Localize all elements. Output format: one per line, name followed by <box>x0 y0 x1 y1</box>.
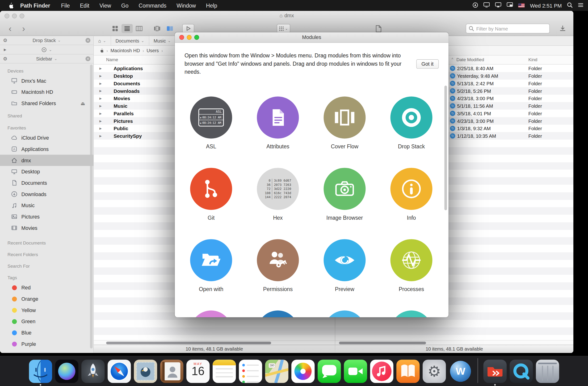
filter-input[interactable] <box>466 24 550 33</box>
eject-icon[interactable]: ⏏ <box>81 100 85 106</box>
menubar-clock[interactable]: Wed 2:51 PM <box>530 2 562 8</box>
menu-view[interactable]: View <box>99 2 111 8</box>
gear-icon[interactable]: ⚙ <box>3 56 8 62</box>
got-it-button[interactable]: Got it <box>416 59 439 69</box>
view-options-dropdown[interactable]: ⌄ <box>277 24 290 33</box>
preview-drawer-button[interactable] <box>182 24 194 33</box>
dual-pane-button[interactable] <box>164 24 176 33</box>
filter-field[interactable] <box>466 24 550 33</box>
sidebar-item-dmxs-mac[interactable]: Dmx's Mac <box>0 75 93 87</box>
dock-mail[interactable] <box>134 360 157 383</box>
icon-view-button[interactable] <box>109 24 121 33</box>
download-button[interactable] <box>557 24 568 33</box>
menu-file[interactable]: File <box>61 2 70 8</box>
disclosure-triangle-icon[interactable]: ▶ <box>4 48 6 51</box>
module-cover-flow[interactable]: Cover Flow <box>311 96 378 168</box>
module-info[interactable]: Info <box>378 168 445 239</box>
dialog-scrollbar-thumb[interactable] <box>444 86 447 210</box>
spotlight-icon[interactable] <box>567 2 573 9</box>
dock-word[interactable]: W <box>449 360 472 383</box>
notification-center-icon[interactable] <box>578 2 584 8</box>
module-partial-4[interactable] <box>378 310 445 317</box>
forward-button[interactable]: › <box>18 24 29 33</box>
dock-ibooks[interactable] <box>396 360 420 383</box>
disclosure-triangle-icon[interactable]: ▶ <box>99 74 103 77</box>
input-source-flag-icon[interactable] <box>518 3 525 7</box>
disclosure-triangle-icon[interactable]: ▶ <box>99 89 103 92</box>
module-preview[interactable]: Preview <box>311 239 378 310</box>
menu-edit[interactable]: Edit <box>80 2 89 8</box>
disclosure-triangle-icon[interactable]: ▶ <box>99 67 103 70</box>
dock-photos[interactable] <box>291 360 315 383</box>
menu-help[interactable]: Help <box>206 2 217 8</box>
disclosure-triangle-icon[interactable]: ▶ <box>99 112 103 115</box>
dock-quicktime[interactable] <box>510 360 533 383</box>
scrollbar-thumb[interactable] <box>106 341 271 344</box>
date-modified-column-header[interactable]: Date Modified <box>456 57 484 62</box>
sidebar-tag-orange[interactable]: Orange <box>0 293 93 304</box>
breadcrumb-users[interactable]: Users <box>147 48 159 53</box>
location-services-icon[interactable] <box>473 2 478 9</box>
dock-calendar[interactable]: MAY 16 <box>186 360 210 383</box>
list-view-button[interactable] <box>122 24 133 33</box>
dock-trash[interactable] <box>536 360 559 383</box>
sidebar-item-shared-folders[interactable]: Shared Folders ⏏ <box>0 98 93 109</box>
module-hex[interactable]: 03c69 6d67 362073 7263 723d22 2220 10861… <box>244 168 311 239</box>
close-panel-icon[interactable]: ✕ <box>85 38 90 43</box>
airplay-menu-icon[interactable] <box>495 2 502 9</box>
scrollbar-thumb[interactable] <box>339 341 426 344</box>
drop-stack-panel-header[interactable]: ⚙ Drop Stack⌄ ✕ <box>0 36 93 45</box>
sidebar-item-applications[interactable]: A Applications <box>0 143 93 155</box>
sidebar-item-music[interactable]: Music <box>0 200 93 211</box>
close-panel-icon[interactable]: ✕ <box>85 56 90 61</box>
new-document-button[interactable] <box>373 24 384 33</box>
sidebar-item-desktop[interactable]: Desktop <box>0 166 93 177</box>
dock-contacts[interactable] <box>160 360 184 383</box>
dock-siri[interactable] <box>55 360 79 383</box>
sidebar-tag-red[interactable]: Red <box>0 282 93 294</box>
dock-path-finder[interactable] <box>483 360 507 383</box>
module-partial-1[interactable] <box>178 310 244 317</box>
sidebar-item-icloud-drive[interactable]: iCloud Drive <box>0 132 93 143</box>
breadcrumb-macintosh-hd[interactable]: Macintosh HD <box>110 48 140 53</box>
sidebar-panel-header[interactable]: ⚙ Sidebar⌄ ✕ <box>0 54 93 63</box>
dock-messages[interactable] <box>318 360 341 383</box>
disclosure-triangle-icon[interactable]: ▶ <box>99 97 103 100</box>
dock-launchpad[interactable] <box>81 360 105 383</box>
mirroring-menu-icon[interactable] <box>507 2 513 9</box>
dock-facetime[interactable] <box>344 360 367 383</box>
dock-safari[interactable] <box>108 360 131 383</box>
dock-reminders[interactable] <box>239 360 262 383</box>
module-git[interactable]: Git <box>178 168 244 239</box>
module-drop-stack[interactable]: Drop Stack <box>378 96 445 168</box>
drop-stack-well[interactable]: ▶ ⌄ <box>0 45 93 55</box>
name-column-header[interactable]: Name <box>106 57 118 62</box>
dock-system-preferences[interactable]: ⚙ <box>423 360 446 383</box>
sidebar-item-dmx[interactable]: dmx <box>0 155 93 166</box>
module-open-with[interactable]: Open with <box>178 239 244 310</box>
tab-documents[interactable]: Documents⌄ <box>111 36 149 45</box>
menu-window[interactable]: Window <box>176 2 196 8</box>
menu-go[interactable]: Go <box>121 2 129 8</box>
disclosure-triangle-icon[interactable]: ▶ <box>99 104 103 108</box>
sidebar-tag-gray[interactable]: Gray <box>0 350 93 353</box>
sidebar-item-macintosh-hd[interactable]: Macintosh HD <box>0 87 93 98</box>
module-asl[interactable]: ASL ▶08:24:12 AM ▶08:24:12 AM ASL <box>178 96 244 168</box>
module-attributes[interactable]: Attributes <box>244 96 311 168</box>
sidebar-item-documents[interactable]: Documents <box>0 177 93 188</box>
gear-icon[interactable]: ⚙ <box>3 38 8 43</box>
minimize-dialog-button[interactable] <box>187 35 192 40</box>
sidebar-tag-yellow[interactable]: Yellow <box>0 304 93 316</box>
menu-commands[interactable]: Commands <box>139 2 166 8</box>
sidebar-tag-blue[interactable]: Blue <box>0 327 93 338</box>
dock-notes[interactable] <box>213 360 236 383</box>
close-dialog-button[interactable] <box>179 35 184 40</box>
module-processes[interactable]: Processes <box>378 239 445 310</box>
computer-root-icon[interactable] <box>100 48 104 53</box>
module-permissions[interactable]: Permissions <box>244 239 311 310</box>
module-partial-3[interactable] <box>311 310 378 317</box>
tab-home[interactable]: ⌂⌄ <box>94 36 111 45</box>
sidebar-tag-purple[interactable]: Purple <box>0 338 93 350</box>
disclosure-triangle-icon[interactable]: ▶ <box>99 82 103 85</box>
disclosure-triangle-icon[interactable]: ▶ <box>99 127 103 130</box>
